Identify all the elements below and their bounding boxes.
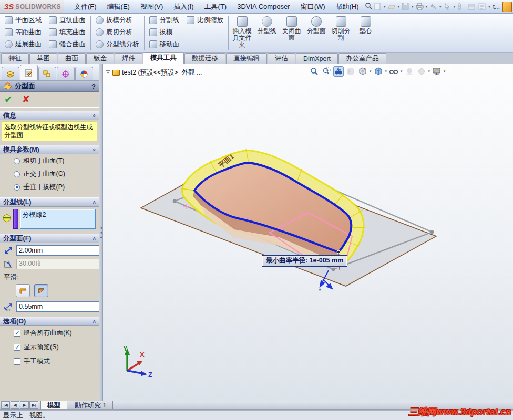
menu-tools[interactable]: 工具(T)	[200, 1, 232, 13]
shut-off-surfaces-button[interactable]: 关闭曲面	[279, 14, 304, 51]
tab-direct-editing[interactable]: 直接编辑	[226, 53, 267, 64]
tab-motion-study[interactable]: 動作研究 1	[68, 401, 113, 410]
appearance-dropdown-icon[interactable]: ▾	[428, 69, 430, 74]
scale-button[interactable]: 比例缩放	[183, 14, 227, 26]
tab-features[interactable]: 特征	[1, 53, 29, 64]
insert-mold-folder-button[interactable]: 插入模具文件夹	[230, 14, 254, 51]
tab-property-manager[interactable]	[20, 65, 38, 80]
search-icon[interactable]	[365, 2, 373, 12]
distance-input[interactable]	[16, 245, 99, 256]
radio-icon-selected[interactable]	[14, 184, 20, 191]
collapse-chevron-icon[interactable]: «	[91, 237, 97, 239]
tab-sheet-metal[interactable]: 钣金	[86, 53, 114, 64]
collapse-chevron-icon[interactable]: «	[91, 320, 97, 322]
collapse-chevron-icon[interactable]: «	[91, 114, 97, 117]
tab-configuration-manager[interactable]	[38, 67, 56, 80]
toggle-states-icon[interactable]	[457, 2, 466, 11]
display-style-icon[interactable]	[373, 66, 384, 77]
hide-show-items-icon[interactable]	[388, 66, 399, 77]
save-icon[interactable]	[401, 2, 410, 11]
mold-parameters-header[interactable]: 模具参数(M) «	[0, 145, 99, 154]
radio-normal-to-surface[interactable]: 正交于曲面(C)	[0, 167, 99, 181]
scene-dropdown-icon[interactable]: ▾	[444, 69, 446, 74]
tab-office-products[interactable]: 办公室产品	[338, 53, 386, 64]
open-icon[interactable]	[387, 2, 396, 11]
tab-model[interactable]: 模型	[40, 401, 67, 410]
filled-surface-button[interactable]: 填充曲面	[45, 26, 89, 38]
print-dropdown-icon[interactable]: ▾	[426, 5, 428, 9]
angle-input[interactable]	[16, 259, 99, 269]
parting-line-analysis-button[interactable]: 分型线分析	[92, 38, 143, 50]
draft-analysis-button[interactable]: 拔模分析	[92, 14, 143, 26]
options-header[interactable]: 选项(O) «	[0, 317, 99, 326]
menu-window[interactable]: 窗口(W)	[296, 1, 330, 13]
checkbox-show-preview[interactable]: 显示预览(S)	[0, 340, 99, 354]
parting-lines-button[interactable]: 分型线	[254, 14, 279, 51]
select-dropdown-icon[interactable]: ▾	[454, 5, 456, 9]
display-style-dropdown-icon[interactable]: ▾	[385, 69, 387, 74]
view-orientation-dropdown-icon[interactable]: ▾	[370, 69, 372, 74]
panel-splitter[interactable]: ◂ ◂ ◂	[99, 64, 103, 401]
select-cursor-icon[interactable]	[443, 2, 452, 11]
undo-icon[interactable]	[429, 2, 438, 11]
extend-surface-button[interactable]: 延展曲面	[1, 38, 45, 50]
offset-distance-input[interactable]	[16, 301, 99, 312]
tab-weldments[interactable]: 焊件	[115, 53, 142, 64]
radio-icon[interactable]	[14, 158, 20, 164]
tab-sketch[interactable]: 草图	[29, 53, 57, 64]
info-section-header[interactable]: 信息 «	[0, 111, 99, 120]
checkbox-icon-checked[interactable]	[14, 330, 20, 337]
core-button[interactable]: 型心	[353, 14, 378, 51]
sketch-vertex[interactable]	[430, 230, 434, 234]
tab-display-manager[interactable]	[75, 67, 93, 80]
help-button[interactable]: ?	[91, 82, 96, 90]
ok-button[interactable]: ✔	[4, 94, 13, 104]
previous-view-icon[interactable]	[333, 66, 344, 77]
zoom-to-fit-icon[interactable]	[309, 66, 320, 77]
move-face-button[interactable]: 移动面	[146, 38, 183, 50]
view-orientation-icon[interactable]	[357, 66, 368, 77]
options-dropdown-icon[interactable]: ▾	[488, 5, 490, 9]
smooth-corner-button[interactable]	[34, 284, 48, 297]
tree-root-label[interactable]: test2 (預設<<預設>_外觀 ...	[122, 68, 202, 77]
menu-insert[interactable]: 插入(I)	[169, 1, 198, 13]
undo-dropdown-icon[interactable]: ▾	[439, 5, 442, 9]
menu-file[interactable]: 文件(F)	[69, 1, 101, 13]
tab-dimxpert-manager[interactable]	[57, 67, 75, 80]
tab-feature-manager[interactable]	[2, 67, 19, 80]
parting-surface-header[interactable]: 分型面(F) «	[0, 234, 99, 243]
zoom-to-area-icon[interactable]	[321, 66, 332, 77]
scroll-prev-icon[interactable]: ◀	[11, 401, 19, 409]
edit-appearance-icon[interactable]	[416, 66, 427, 77]
parting-line-header[interactable]: 分型线(L) «	[0, 197, 99, 207]
title-overflow-label[interactable]: t...	[493, 3, 500, 10]
radio-icon[interactable]	[14, 171, 20, 177]
collapse-chevron-icon[interactable]: «	[91, 201, 97, 203]
tab-mold-tools[interactable]: 模具工具	[143, 52, 184, 64]
properties-icon[interactable]	[467, 2, 476, 11]
options-list-icon[interactable]	[478, 2, 487, 11]
menu-view[interactable]: 视图(V)	[136, 1, 168, 13]
knit-surface-button[interactable]: 缝合曲面	[45, 38, 89, 50]
shadow-view-icon[interactable]	[404, 66, 415, 77]
new-document-icon[interactable]	[373, 2, 382, 11]
sharp-corner-button[interactable]	[16, 284, 30, 297]
save-dropdown-icon[interactable]: ▾	[412, 5, 414, 9]
ruled-surface-button[interactable]: 直纹曲面	[45, 14, 89, 26]
graphics-viewport[interactable]: 平面1 *	[103, 64, 513, 401]
menu-help[interactable]: 帮助(H)	[331, 1, 364, 13]
cancel-button[interactable]: ✘	[22, 94, 30, 104]
sketch-vertex[interactable]	[332, 268, 335, 271]
tab-surfaces[interactable]: 曲面	[58, 53, 86, 64]
new-dropdown-icon[interactable]: ▾	[384, 5, 386, 9]
print-icon[interactable]	[415, 2, 424, 11]
tab-evaluate[interactable]: 评估	[268, 53, 295, 64]
undercut-analysis-button[interactable]: 底切分析	[92, 26, 143, 38]
parting-surfaces-button[interactable]: 分型面	[304, 14, 329, 51]
collapse-chevron-icon[interactable]: «	[91, 148, 97, 151]
checkbox-icon-unchecked[interactable]	[14, 358, 20, 365]
tab-dimxpert[interactable]: DimXpert	[296, 53, 338, 64]
menu-3dvia-composer[interactable]: 3DVIA Composer	[232, 1, 294, 12]
tooling-split-button[interactable]: 切削分割	[329, 14, 353, 51]
menu-edit[interactable]: 编辑(E)	[102, 1, 135, 13]
